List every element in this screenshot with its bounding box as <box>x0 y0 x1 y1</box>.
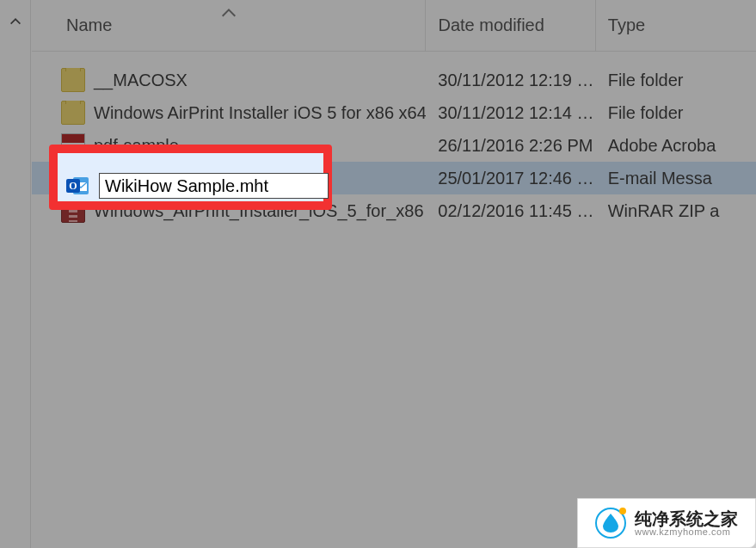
chevron-up-icon <box>9 14 22 28</box>
file-name-label: __MACOSX <box>94 71 187 90</box>
outlook-icon: O <box>66 174 90 198</box>
file-date-label: 30/11/2012 12:19 … <box>426 71 595 90</box>
archive-icon <box>61 199 85 223</box>
file-type-label: E-mail Messa <box>596 169 756 188</box>
file-list-area: Name Date modified Type __MACOSX 30/11/2… <box>32 0 756 548</box>
file-type-label: File folder <box>596 71 756 90</box>
table-row[interactable]: __MACOSX 30/11/2012 12:19 … File folder <box>32 64 756 96</box>
column-header-date-label: Date modified <box>438 15 544 35</box>
watermark-badge: 纯净系统之家 www.kzmyhome.com <box>577 498 756 548</box>
folder-icon <box>61 68 85 92</box>
svg-text:O: O <box>69 180 77 192</box>
file-type-label: File folder <box>596 103 756 123</box>
watermark-name: 纯净系统之家 <box>635 510 738 527</box>
tutorial-highlight-box: O <box>49 145 332 210</box>
file-name-label: Windows AirPrint Installer iOS 5 for x86… <box>94 103 426 123</box>
column-header-name-label: Name <box>66 15 112 35</box>
folder-icon <box>61 101 85 125</box>
column-header-date[interactable]: Date modified <box>426 0 595 51</box>
rename-input-highlighted[interactable] <box>99 173 329 199</box>
column-header-name[interactable]: Name <box>32 0 426 51</box>
file-date-label: 25/01/2017 12:46 … <box>426 169 595 188</box>
file-date-label: 02/12/2016 11:45 … <box>426 201 595 221</box>
vertical-scrollbar[interactable] <box>0 0 31 548</box>
file-type-label: WinRAR ZIP a <box>596 201 756 221</box>
column-header-row: Name Date modified Type <box>32 0 756 52</box>
table-row[interactable]: Windows AirPrint Installer iOS 5 for x86… <box>32 96 756 129</box>
file-date-label: 30/11/2012 12:14 … <box>426 103 595 123</box>
file-explorer-window: Name Date modified Type __MACOSX 30/11/2… <box>0 0 756 548</box>
column-header-type-label: Type <box>608 15 645 35</box>
watermark-url: www.kzmyhome.com <box>635 527 738 537</box>
watermark-logo-icon <box>595 508 626 539</box>
column-header-type[interactable]: Type <box>596 0 756 51</box>
screenshot-stage: Name Date modified Type __MACOSX 30/11/2… <box>0 0 756 548</box>
scroll-up-button[interactable] <box>0 0 31 41</box>
file-type-label: Adobe Acroba <box>596 136 756 156</box>
sort-ascending-icon <box>220 2 237 22</box>
file-name-label: Windows_AirPrint_Installer_iOS_5_for_x86… <box>94 201 426 221</box>
file-date-label: 26/11/2016 2:26 PM <box>426 136 595 156</box>
